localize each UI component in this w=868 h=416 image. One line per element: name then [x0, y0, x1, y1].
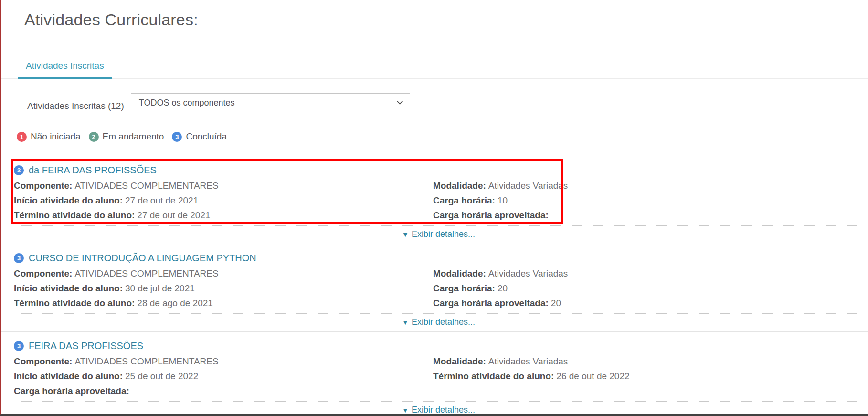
field-label: Componente:	[14, 356, 72, 366]
field-value: Atividades Variadas	[488, 268, 568, 278]
card-title-row: 3 CURSO DE INTRODUÇÃO A LINGUAGEM PYTHON	[1, 251, 868, 265]
status-badge: 2	[89, 132, 99, 142]
field-label: Modalidade:	[433, 356, 486, 366]
chevron-down-icon	[397, 98, 403, 105]
exibir-detalhes-link[interactable]: ▼Exibir detalhes...	[402, 229, 475, 239]
status-badge: 1	[17, 132, 27, 142]
field: Componente:ATIVIDADES COMPLEMENTARES	[14, 178, 433, 193]
field: Carga horária aproveitada:	[14, 384, 433, 398]
field-value: 25 de out de 2022	[125, 371, 198, 381]
field-value: 20	[498, 283, 508, 293]
field-value: 26 de out de 2022	[556, 371, 629, 381]
field-label: Término atividade do aluno:	[433, 371, 554, 381]
status-badge: 3	[14, 341, 24, 351]
triangle-down-icon: ▼	[402, 406, 409, 414]
field	[433, 384, 868, 398]
field: Carga horária:10	[433, 193, 868, 208]
card-fields: Componente:ATIVIDADES COMPLEMENTARES Mod…	[1, 266, 868, 310]
activity-title-link[interactable]: CURSO DE INTRODUÇÃO A LINGUAGEM PYTHON	[29, 253, 256, 264]
status-badge: 3	[14, 253, 24, 263]
activity-card: 3 FEIRA DAS PROFISSÕES Componente:ATIVID…	[1, 332, 868, 416]
field-value: 10	[498, 195, 508, 205]
field-label: Modalidade:	[433, 268, 486, 278]
field-value: ATIVIDADES COMPLEMENTARES	[74, 268, 218, 278]
field-value: 20	[551, 298, 561, 308]
field: Carga horária aproveitada:	[433, 208, 868, 223]
field-label: Carga horária:	[433, 195, 495, 205]
field: Carga horária:20	[433, 281, 868, 296]
card-title-row: 3 FEIRA DAS PROFISSÕES	[1, 339, 868, 353]
field: Término atividade do aluno:28 de ago de …	[14, 296, 433, 310]
page-title: Atividades Curriculares:	[24, 11, 868, 29]
field-label: Término atividade do aluno:	[14, 210, 135, 220]
field-label: Início atividade do aluno:	[14, 283, 123, 293]
field-value: 28 de ago de 2021	[137, 298, 213, 308]
status-legend: 1 Não iniciada 2 Em andamento 3 Concluíd…	[17, 131, 868, 142]
field-label: Carga horária aproveitada:	[14, 386, 129, 396]
details-row: ▼Exibir detalhes...	[14, 313, 863, 331]
field-value: 30 de jul de 2021	[125, 283, 195, 293]
exibir-detalhes-link[interactable]: ▼Exibir detalhes...	[402, 317, 475, 327]
activity-title-link[interactable]: da FEIRA DAS PROFISSÕES	[29, 165, 157, 176]
select-value: TODOS os componentes	[139, 98, 235, 108]
triangle-down-icon: ▼	[402, 319, 409, 326]
component-filter-select[interactable]: TODOS os componentes	[131, 93, 410, 112]
field: Modalidade:Atividades Variadas	[433, 266, 868, 281]
field-label: Início atividade do aluno:	[14, 195, 123, 205]
activities-count-label: Atividades Inscritas (12)	[27, 101, 124, 111]
card-title-row: 3 da FEIRA DAS PROFISSÕES	[1, 163, 868, 177]
field: Componente:ATIVIDADES COMPLEMENTARES	[14, 354, 433, 369]
field: Início atividade do aluno:25 de out de 2…	[14, 369, 433, 384]
card-fields: Componente:ATIVIDADES COMPLEMENTARES Mod…	[1, 178, 868, 223]
details-row: ▼Exibir detalhes...	[14, 225, 863, 244]
field-value: 27 de out de 2021	[137, 210, 210, 220]
field-label: Componente:	[14, 268, 72, 278]
field: Modalidade:Atividades Variadas	[433, 354, 868, 369]
activity-title-link[interactable]: FEIRA DAS PROFISSÕES	[29, 341, 143, 352]
field-value: Atividades Variadas	[488, 356, 568, 366]
field: Carga horária aproveitada:20	[433, 296, 868, 310]
details-row: ▼Exibir detalhes...	[14, 401, 863, 416]
field: Término atividade do aluno:27 de out de …	[14, 208, 433, 223]
status-badge: 3	[14, 165, 24, 175]
legend-item-em-andamento: 2 Em andamento	[89, 131, 164, 142]
field-label: Carga horária aproveitada:	[433, 298, 549, 308]
card-fields: Componente:ATIVIDADES COMPLEMENTARES Mod…	[1, 354, 868, 398]
field-label: Carga horária aproveitada:	[433, 210, 549, 220]
triangle-down-icon: ▼	[402, 231, 409, 238]
tab-atividades-inscritas[interactable]: Atividades Inscritas	[18, 61, 112, 79]
field-value: 27 de out de 2021	[125, 195, 198, 205]
legend-item-concluida: 3 Concluída	[172, 131, 227, 142]
legend-item-nao-iniciada: 1 Não iniciada	[17, 131, 81, 142]
filter-row: Atividades Inscritas (12) TODOS os compo…	[1, 93, 868, 112]
tab-bar: Atividades Inscritas	[1, 61, 868, 79]
field-value: ATIVIDADES COMPLEMENTARES	[74, 356, 218, 366]
field: Início atividade do aluno:30 de jul de 2…	[14, 281, 433, 296]
field-value: Atividades Variadas	[488, 181, 568, 191]
field-label: Término atividade do aluno:	[14, 298, 135, 308]
field-label: Modalidade:	[433, 181, 486, 191]
status-badge: 3	[172, 132, 182, 142]
details-label: Exibir detalhes...	[412, 405, 475, 415]
field: Início atividade do aluno:27 de out de 2…	[14, 193, 433, 208]
field: Componente:ATIVIDADES COMPLEMENTARES	[14, 266, 433, 281]
legend-label: Em andamento	[103, 131, 164, 142]
field-label: Componente:	[14, 181, 72, 191]
activity-card: 3 da FEIRA DAS PROFISSÕES Componente:ATI…	[1, 156, 868, 244]
activity-card: 3 CURSO DE INTRODUÇÃO A LINGUAGEM PYTHON…	[1, 244, 868, 332]
exibir-detalhes-link[interactable]: ▼Exibir detalhes...	[402, 405, 475, 415]
legend-label: Concluída	[186, 131, 227, 142]
field-label: Carga horária:	[433, 283, 495, 293]
details-label: Exibir detalhes...	[412, 317, 475, 327]
activity-list: 3 da FEIRA DAS PROFISSÕES Componente:ATI…	[1, 156, 868, 416]
field: Término atividade do aluno:26 de out de …	[433, 369, 868, 384]
legend-label: Não iniciada	[31, 131, 81, 142]
details-label: Exibir detalhes...	[412, 229, 475, 239]
field: Modalidade:Atividades Variadas	[433, 178, 868, 193]
field-value: ATIVIDADES COMPLEMENTARES	[74, 181, 218, 191]
field-label: Início atividade do aluno:	[14, 371, 123, 381]
page: Atividades Curriculares: Atividades Insc…	[0, 0, 868, 416]
